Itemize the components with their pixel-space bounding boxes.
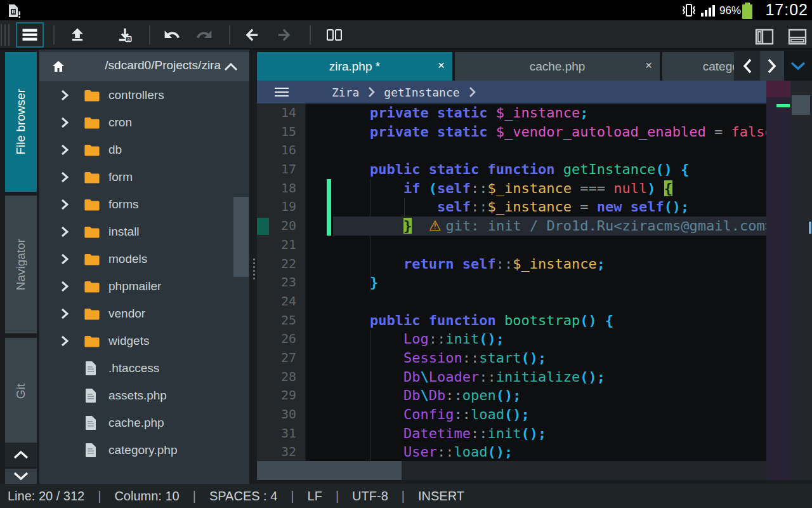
sidebar-scroll-up-button[interactable]: [5, 443, 37, 467]
tab-close-icon[interactable]: ×: [645, 58, 652, 72]
save-as-button[interactable]: a: [111, 22, 139, 48]
file-icon: [84, 388, 97, 403]
expand-chevron-icon: [60, 171, 69, 184]
tab-scroll-left-button[interactable]: [734, 51, 760, 81]
code-line-20[interactable]: } ⚠ git: init / Dro1d.Ru<ziracms@gmail.c…: [308, 217, 766, 236]
code-line-27[interactable]: Session::start();: [308, 349, 766, 368]
file-label: vendor: [108, 307, 145, 321]
folder-row[interactable]: phpmailer: [39, 272, 249, 300]
split-vertical-button[interactable]: [752, 27, 776, 47]
breadcrumb-item[interactable]: Zira: [332, 86, 359, 99]
code-line-28[interactable]: Db\Loader::initialize();: [308, 368, 766, 387]
editor-tab[interactable]: cache.php×: [455, 52, 660, 81]
code-line-25[interactable]: public function bootstrap() {: [308, 311, 766, 330]
breadcrumb-item[interactable]: getInstance: [384, 86, 459, 99]
toolbar-drag-handle[interactable]: [8, 24, 10, 46]
code-line-16[interactable]: [308, 141, 766, 160]
file-row[interactable]: cache.php: [39, 409, 249, 436]
warning-icon: ⚠: [429, 218, 446, 234]
folder-row[interactable]: controllers: [39, 81, 249, 109]
collapse-path-icon[interactable]: [224, 62, 238, 71]
code-line-19[interactable]: self::$_instance = new self();: [308, 197, 766, 217]
bookmark-marker[interactable]: [257, 218, 269, 235]
file-label: db: [108, 143, 122, 157]
file-icon: [84, 415, 97, 431]
tab-close-icon[interactable]: ×: [438, 58, 445, 72]
code-line-22[interactable]: return self::$_instance;: [308, 255, 766, 274]
sidebar-tab-file-browser[interactable]: File browser: [5, 52, 37, 192]
editor-scrollbar-track[interactable]: [790, 81, 812, 480]
sidebar-tab-navigator[interactable]: Navigator: [5, 196, 37, 333]
line-number: 24: [257, 292, 305, 311]
folder-row[interactable]: cron: [39, 109, 249, 136]
file-path-bar[interactable]: /sdcard0/Projects/zira: [39, 52, 249, 81]
file-label: widgets: [108, 334, 149, 348]
folder-icon: [84, 335, 100, 347]
code-line-31[interactable]: Datetime::init();: [308, 424, 766, 443]
signal-strength-icon: [700, 4, 717, 17]
toolbar-drag-handle[interactable]: [4, 24, 6, 46]
line-number: 27: [257, 349, 305, 368]
toolbar-drag-handle[interactable]: [1, 24, 2, 46]
menu-button[interactable]: [16, 22, 44, 48]
folder-row[interactable]: widgets: [39, 327, 249, 354]
upload-icon: [69, 27, 86, 43]
folder-row[interactable]: db: [39, 136, 249, 163]
code-line-32[interactable]: User::load();: [308, 443, 766, 461]
code-line-18[interactable]: if (self::$_instance === null) {: [308, 179, 766, 198]
code-line-15[interactable]: private static $_vendor_autoload_enabled…: [308, 123, 766, 142]
sidebar-tab-git[interactable]: Git: [5, 338, 37, 444]
expand-chevron-icon: [60, 335, 69, 347]
editor-gutter[interactable]: 14151617181920212223242526272829303132: [257, 104, 306, 461]
editor-horizontal-scroll-track[interactable]: [257, 461, 766, 480]
file-row[interactable]: category.php: [39, 436, 249, 464]
sidebar-scroll-down-button[interactable]: [5, 469, 37, 484]
back-button[interactable]: [238, 22, 266, 48]
sidebar-tab-label: Git: [14, 384, 28, 399]
file-list-scrollbar[interactable]: [233, 197, 249, 277]
toolbar: a: [0, 20, 812, 50]
breadcrumb-menu-icon[interactable]: [275, 85, 289, 99]
code-line-17[interactable]: public static function getInstance() {: [308, 160, 766, 179]
upload-button[interactable]: [63, 22, 91, 48]
editor-tab[interactable]: zira.php *×: [257, 52, 452, 81]
overview-ruler[interactable]: [766, 81, 790, 480]
panel-resize-handle[interactable]: [251, 257, 256, 281]
undo-button[interactable]: [158, 22, 186, 48]
folder-row[interactable]: form: [39, 163, 249, 190]
redo-icon: [196, 27, 213, 43]
file-label: form: [108, 170, 133, 184]
cursor-position-tick: [809, 222, 811, 234]
hamburger-icon: [22, 28, 38, 42]
code-line-23[interactable]: }: [308, 273, 766, 292]
split-view-button[interactable]: [320, 22, 348, 48]
code-line-21[interactable]: [308, 236, 766, 255]
file-row[interactable]: assets.php: [39, 382, 249, 409]
code-editor[interactable]: 14151617181920212223242526272829303132 p…: [257, 104, 766, 461]
tab-list-dropdown-button[interactable]: [784, 51, 812, 81]
folder-row[interactable]: forms: [39, 190, 249, 218]
line-number: 26: [257, 330, 305, 349]
battery-icon: [741, 3, 754, 19]
code-line-14[interactable]: private static $_instance;: [308, 104, 766, 123]
status-separator: |: [291, 489, 294, 504]
folder-row[interactable]: vendor: [39, 300, 249, 327]
sidebar-tab-label: File browser: [14, 89, 28, 154]
line-number: 32: [257, 443, 305, 461]
code-line-30[interactable]: Config::load();: [308, 405, 766, 424]
editor-vertical-scrollbar[interactable]: [792, 95, 810, 115]
file-label: controllers: [108, 88, 164, 102]
file-row[interactable]: .htaccess: [39, 354, 249, 382]
editor-horizontal-scrollbar[interactable]: [257, 461, 402, 480]
tab-label: cache.php: [530, 60, 586, 74]
folder-row[interactable]: models: [39, 245, 249, 272]
code-line-29[interactable]: Db\Db::open();: [308, 386, 766, 405]
code-line-24[interactable]: [308, 292, 766, 311]
code-line-26[interactable]: Log::init();: [308, 330, 766, 349]
forward-button[interactable]: [270, 22, 298, 48]
redo-button[interactable]: [190, 22, 218, 48]
folder-row[interactable]: install: [39, 218, 249, 245]
split-horizontal-button[interactable]: [785, 27, 809, 47]
tab-scroll-right-button[interactable]: [760, 51, 784, 81]
battery-percent: 96%: [719, 4, 741, 17]
